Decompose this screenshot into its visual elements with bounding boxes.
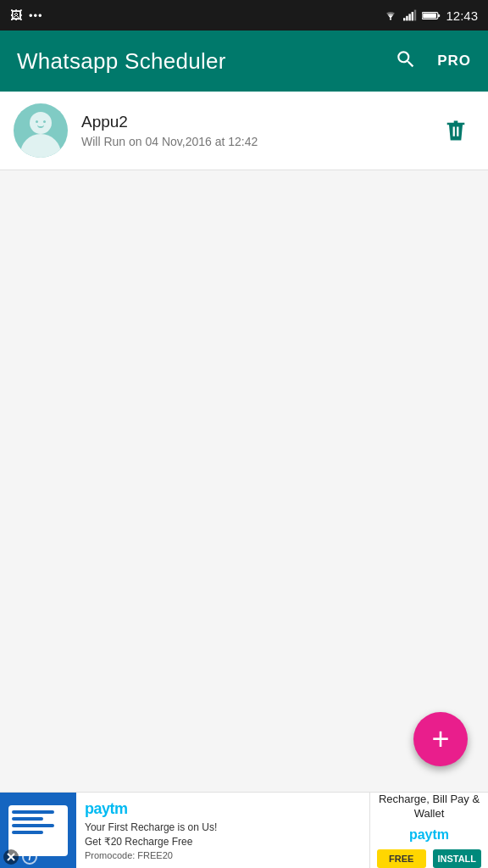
ad-line-3	[12, 824, 54, 827]
scheduled-item[interactable]: Appu2 Will Run on 04 Nov,2016 at 12:42	[0, 92, 488, 170]
pro-button[interactable]: PRO	[437, 53, 471, 70]
ad-headline: Your First Recharge is on Us!	[85, 821, 361, 835]
ad-line-4	[12, 831, 43, 834]
schedule-time: Will Run on 04 Nov,2016 at 12:42	[81, 135, 437, 148]
ad-subtext: Get ₹20 Recharge Free	[85, 835, 361, 849]
ad-close-button[interactable]	[3, 849, 19, 865]
ad-line-2	[12, 817, 43, 821]
delete-button[interactable]	[437, 110, 474, 151]
ad-image-inner	[8, 805, 68, 856]
signal-icon	[403, 9, 417, 21]
item-info: Appu2 Will Run on 04 Nov,2016 at 12:42	[81, 113, 437, 148]
close-icon	[7, 853, 15, 861]
svg-rect-2	[407, 16, 408, 21]
svg-rect-7	[438, 14, 440, 16]
avatar	[14, 103, 68, 158]
person-face	[30, 112, 52, 134]
person-body	[20, 134, 61, 158]
wifi-icon	[383, 9, 398, 21]
info-label: i	[28, 852, 30, 862]
trash-icon	[444, 117, 468, 144]
paytm-logo-bottom: paytm	[409, 827, 449, 843]
plus-icon: +	[431, 724, 449, 754]
more-dots: •••	[29, 9, 43, 22]
app-title: Whatsapp Scheduler	[17, 48, 226, 75]
paytm-logo-top: paytm	[85, 800, 361, 818]
ad-right-title: Recharge, Bill Pay & Wallet	[377, 793, 481, 821]
avatar-person	[14, 103, 68, 158]
contact-name: Appu2	[81, 113, 437, 131]
right-eye	[43, 120, 46, 123]
ad-free-button[interactable]: FREE	[377, 849, 426, 868]
search-icon	[395, 48, 417, 70]
left-eye	[36, 120, 38, 123]
search-button[interactable]	[395, 48, 417, 74]
ad-image: i	[0, 793, 76, 868]
svg-rect-3	[409, 14, 411, 20]
svg-rect-8	[424, 13, 437, 18]
svg-rect-5	[414, 10, 416, 21]
svg-rect-4	[412, 12, 413, 20]
ad-banner: i paytm Your First Recharge is on Us! Ge…	[0, 792, 488, 868]
content-area: Appu2 Will Run on 04 Nov,2016 at 12:42	[0, 92, 488, 727]
ad-info-button[interactable]: i	[22, 849, 37, 865]
ad-content: paytm Your First Recharge is on Us! Get …	[76, 793, 369, 868]
ad-buttons: FREE INSTALL	[377, 849, 481, 868]
ad-install-button[interactable]: INSTALL	[433, 849, 482, 868]
svg-point-0	[390, 18, 391, 19]
photo-icon: 🖼	[10, 8, 22, 22]
status-bar-left: 🖼 •••	[10, 8, 43, 22]
time-display: 12:43	[446, 8, 478, 23]
status-bar-right: 12:43	[383, 8, 478, 23]
person-mouth	[37, 125, 44, 128]
add-schedule-fab[interactable]: +	[413, 712, 468, 766]
app-bar: Whatsapp Scheduler PRO	[0, 31, 488, 92]
status-bar: 🖼 ••• 12:43	[0, 0, 488, 31]
ad-line-1	[12, 810, 54, 814]
svg-rect-1	[403, 18, 405, 20]
battery-icon	[422, 10, 441, 21]
app-bar-actions: PRO	[395, 48, 471, 74]
ad-promo: Promocode: FREE20	[85, 850, 361, 860]
ad-right-panel: Recharge, Bill Pay & Wallet paytm FREE I…	[369, 793, 488, 868]
